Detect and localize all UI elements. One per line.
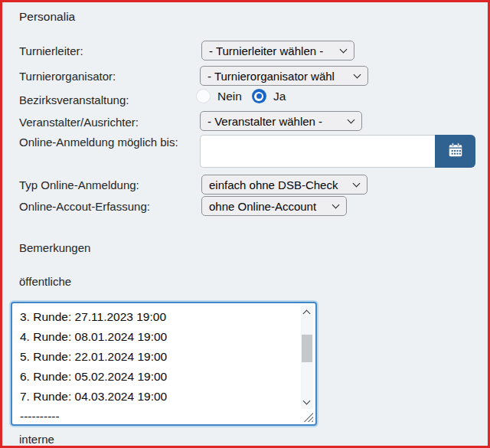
personalia-form-page: Personalia Turnierleiter: - Turnierleite… [0,0,490,448]
typ-online-anmeldung-select-value: einfach ohne DSB-Check [209,178,349,191]
textarea-line: 5. Runde: 22.01.2024 19:00 [20,347,296,367]
typ-online-anmeldung-label: Typ Online-Anmeldung: [19,177,139,193]
radio-option-ja[interactable]: Ja [252,89,286,103]
scroll-down-icon[interactable] [303,397,311,405]
online-account-erfassung-select[interactable]: ohne Online-Account [201,196,347,216]
chevron-down-icon [354,70,361,78]
calendar-icon [447,142,464,161]
chevron-down-icon [332,201,340,208]
radio-option-nein[interactable]: Nein [196,89,242,103]
chevron-down-icon [353,179,361,187]
textarea-line: 4. Runde: 08.01.2024 19:00 [20,327,296,347]
scroll-up-icon[interactable] [303,310,311,318]
scrollbar-thumb[interactable] [302,335,312,362]
online-account-erfassung-select-value: ohne Online-Account [209,200,328,213]
turnierorganisator-select-value: - Turnierorganisator wähl [207,70,350,83]
oeffentliche-label: öffentliche [19,273,71,289]
veranstalter-select[interactable]: - Veranstalter wählen - [200,111,362,131]
chevron-down-icon [340,45,348,53]
online-anmeldung-bis-label: Online-Anmeldung möglich bis: [19,134,197,150]
textarea-line: 7. Runde: 04.03.2024 19:00 [20,387,296,407]
turnierleiter-select-value: - Turnierleiter wählen - [209,44,336,57]
turnierorganisator-select[interactable]: - Turnierorganisator wähl [200,66,368,86]
textarea-scrollbar[interactable] [301,306,313,409]
online-anmeldung-bis-group [200,135,475,168]
typ-online-anmeldung-select[interactable]: einfach ohne DSB-Check [201,175,368,195]
oeffentliche-bemerkungen-textarea[interactable]: 3. Runde: 27.11.2023 19:00 4. Runde: 08.… [11,302,317,426]
veranstalter-select-value: - Veranstalter wählen - [207,115,344,128]
turnierorganisator-label: Turnierorganisator: [19,68,116,84]
textarea-line: 3. Runde: 27.11.2023 19:00 [20,307,296,327]
bezirksveranstaltung-label: Bezirksveranstaltung: [19,92,129,108]
bezirksveranstaltung-radio-group: Nein Ja [196,89,286,103]
turnierleiter-select[interactable]: - Turnierleiter wählen - [201,41,354,60]
chevron-down-icon [348,116,355,123]
online-account-erfassung-label: Online-Accout-Erfassung: [19,198,150,214]
online-anmeldung-bis-input[interactable] [200,135,435,168]
calendar-button[interactable] [435,135,475,168]
radio-checked-icon [252,89,266,103]
turnierleiter-label: Turnierleiter: [19,43,83,59]
radio-unchecked-icon [196,89,211,103]
veranstalter-label: Veranstalter/Ausrichter: [19,114,139,130]
textarea-line: ---------- [20,407,296,427]
bemerkungen-heading: Bemerkungen [19,240,90,256]
resize-handle-icon[interactable] [303,412,313,422]
radio-ja-label: Ja [273,90,286,103]
interne-label: interne [19,431,54,447]
page-title: Personalia [19,8,75,25]
textarea-line: 6. Runde: 05.02.2024 19:00 [20,367,296,387]
radio-nein-label: Nein [217,90,242,103]
